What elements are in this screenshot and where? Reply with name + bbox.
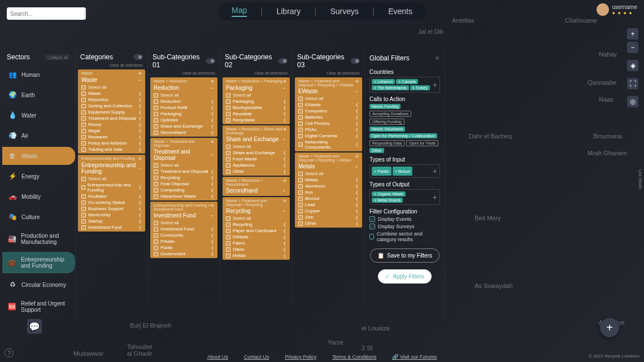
list-item[interactable]: Recycling❮: [150, 175, 217, 181]
collapse-all[interactable]: Collapse all: [45, 55, 71, 60]
select-all[interactable]: Select all: [295, 171, 362, 177]
list-item[interactable]: Lead❮: [295, 202, 362, 208]
sector-item[interactable]: 🚗Mobility: [2, 187, 75, 206]
list-item[interactable]: Bronze❮: [295, 195, 362, 202]
group-title[interactable]: Entrepreneurship and Funding: [78, 161, 145, 176]
list-item[interactable]: Batteries❮: [295, 114, 362, 120]
list-item[interactable]: Product Refill❮: [150, 104, 217, 111]
list-item[interactable]: Government❮: [150, 251, 217, 257]
filter-tag[interactable]: Open for Partnership / Collaboration: [369, 133, 437, 138]
select-all[interactable]: Select all: [78, 176, 145, 182]
locate-button[interactable]: ◎: [627, 96, 638, 107]
list-item[interactable]: Other❮: [295, 220, 362, 226]
apply-filters-button[interactable]: ✓ Apply Filters: [378, 269, 431, 284]
list-item[interactable]: Investment Fund❮: [150, 226, 217, 232]
group-title[interactable]: Investment Fund: [150, 211, 217, 220]
list-item[interactable]: Aluminum❮: [295, 183, 362, 189]
list-item[interactable]: Glass❮: [223, 246, 290, 252]
group-title[interactable]: Share and Exchange: [223, 135, 290, 143]
list-item[interactable]: Digital Cameras❮: [295, 133, 362, 139]
list-item[interactable]: Business Support❮: [78, 206, 145, 212]
countries-box[interactable]: × Lebanon× Canada× The Netherlands× Turk…: [369, 77, 440, 93]
close-icon[interactable]: ⊗: [211, 139, 214, 147]
list-item[interactable]: Share and Exchange❮: [223, 150, 290, 156]
toggle-icon[interactable]: [351, 58, 360, 64]
list-mode-toggle[interactable]: List Mode: [638, 169, 643, 189]
compass-button[interactable]: ◈: [627, 60, 638, 71]
filter-tag[interactable]: Needs Volunteers: [369, 127, 405, 132]
filter-tag[interactable]: × Organic Waste: [372, 191, 406, 197]
toggle-icon[interactable]: [279, 58, 288, 64]
sector-item[interactable]: ♻Circular Economy: [2, 276, 75, 294]
search-input[interactable]: [10, 11, 82, 17]
clear-all[interactable]: Clear all selections: [148, 71, 220, 76]
select-all[interactable]: Select all: [150, 220, 217, 226]
clear-all[interactable]: Clear all selections: [76, 63, 147, 68]
list-item[interactable]: Recycling❮: [223, 221, 290, 228]
list-item[interactable]: Incubator❮: [78, 193, 145, 199]
filter-tag[interactable]: × The Netherlands: [372, 85, 409, 90]
group-title[interactable]: Packaging: [223, 84, 290, 92]
group-title[interactable]: Recycling: [223, 207, 290, 215]
list-item[interactable]: Reduction❮: [150, 98, 217, 104]
list-item[interactable]: Metals❮: [223, 252, 290, 259]
chat-button[interactable]: 💬: [27, 319, 42, 334]
list-item[interactable]: Metals❮: [295, 177, 362, 183]
filter-tag[interactable]: Open for Trade: [406, 140, 438, 146]
save-filters-button[interactable]: 📋 Save to my Filters: [370, 248, 440, 263]
select-all[interactable]: Select all: [150, 92, 217, 98]
filter-tag[interactable]: Requesting Data: [369, 140, 404, 146]
sector-item[interactable]: 🌍Earth: [2, 86, 75, 104]
close-icon[interactable]: ⊗: [283, 178, 286, 186]
config-checkbox[interactable]: ✓Display Surveys: [369, 224, 440, 229]
sector-item[interactable]: 🗑Waste: [2, 147, 75, 165]
filter-tag[interactable]: × Turkey: [410, 85, 430, 90]
group-title[interactable]: EWaste: [295, 87, 362, 95]
list-item[interactable]: Sorting and Collection❮: [78, 103, 145, 109]
config-checkbox[interactable]: ✓Display Events: [369, 216, 440, 222]
plus-icon[interactable]: +: [433, 193, 437, 202]
list-item[interactable]: Co-working Space❮: [78, 199, 145, 206]
list-item[interactable]: Reusable❮: [223, 111, 290, 117]
help-button[interactable]: ?: [5, 348, 14, 357]
list-item[interactable]: Packaging❮: [223, 98, 290, 104]
sector-item[interactable]: 🏭Production and Manufacturing: [2, 228, 75, 250]
list-item[interactable]: Packaging❮: [150, 111, 217, 117]
close-icon[interactable]: ⊗: [283, 199, 286, 207]
filter-tag[interactable]: Accepting Donations: [369, 111, 411, 117]
footer-forums[interactable]: 🔗 Visit our Forums: [392, 354, 437, 360]
select-all[interactable]: Select all: [295, 95, 362, 102]
list-item[interactable]: Appliances❮: [223, 162, 290, 168]
nav-surveys[interactable]: Surveys: [330, 7, 359, 16]
select-all[interactable]: Select all: [150, 162, 217, 168]
sector-item[interactable]: 💼Entrepreneurship and Funding: [2, 252, 75, 273]
list-item[interactable]: Share and Exchange❮: [150, 123, 217, 129]
list-item[interactable]: Private❮: [150, 238, 217, 245]
list-item[interactable]: Policy and Activism❮: [78, 140, 145, 146]
output-box[interactable]: × Organic Waste× Metal Shards+: [369, 189, 440, 205]
list-item[interactable]: Secondhand❮: [150, 129, 217, 136]
select-all[interactable]: Select all: [223, 143, 290, 150]
zoom-out-button[interactable]: −: [627, 42, 638, 53]
list-item[interactable]: Biodegradable❮: [223, 104, 290, 111]
group-title[interactable]: Treatment and Disposal: [150, 147, 217, 162]
list-item[interactable]: Zinc❮: [295, 214, 362, 220]
plus-icon[interactable]: +: [433, 80, 437, 89]
list-item[interactable]: Waste❮: [78, 90, 145, 97]
close-icon[interactable]: ⊗: [211, 79, 214, 84]
sector-item[interactable]: 🆘Relief and Urgent Support: [2, 296, 75, 317]
list-item[interactable]: EWaste❮: [223, 234, 290, 240]
list-item[interactable]: Equipment Supply❮: [78, 109, 145, 115]
footer-contact[interactable]: Contact Us: [244, 354, 269, 360]
list-item[interactable]: Cell Phones❮: [295, 120, 362, 127]
select-all[interactable]: Select all: [223, 92, 290, 98]
close-icon[interactable]: ⊗: [355, 79, 359, 87]
footer-terms[interactable]: Terms & Conditions: [332, 354, 376, 360]
user-menu[interactable]: username ● ● ● ●: [597, 3, 637, 16]
filter-tag[interactable]: Needs Funding: [369, 104, 401, 109]
group-title[interactable]: Reduction: [150, 84, 217, 92]
list-item[interactable]: Treatment and Disposal❮: [150, 168, 217, 175]
filter-tag[interactable]: × Biofuel: [393, 167, 412, 176]
close-icon[interactable]: ⊗: [138, 71, 142, 76]
clear-all[interactable]: Clear all selections: [220, 71, 292, 76]
